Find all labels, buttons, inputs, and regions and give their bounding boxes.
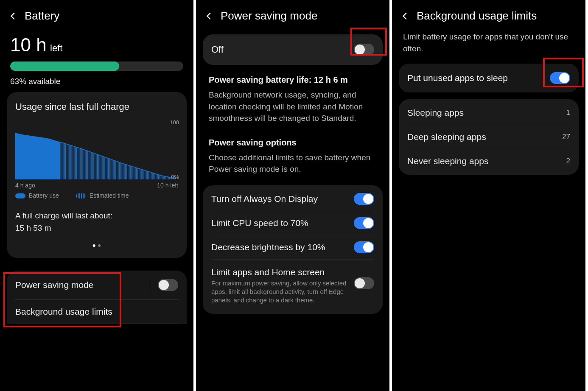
page-title: Power saving mode bbox=[221, 9, 317, 22]
battery-screen: Battery 10 h left 63% available Usage si… bbox=[0, 0, 196, 391]
power-options-desc: Choose additional limits to save battery… bbox=[209, 152, 377, 175]
master-toggle-label: Off bbox=[211, 44, 224, 55]
limit-apps-desc: For maximum power saving, allow only sel… bbox=[211, 279, 347, 305]
master-toggle-card: Off bbox=[203, 34, 383, 65]
battery-progress-fill bbox=[10, 61, 119, 71]
limit-apps-toggle[interactable] bbox=[354, 277, 374, 289]
count: 1 bbox=[566, 109, 570, 117]
x-axis-labels: 4 h ago 10 h left bbox=[15, 182, 178, 189]
power-options-card: Turn off Always On Display Limit CPU spe… bbox=[203, 185, 383, 314]
chart-legend: Battery use Estimated time bbox=[15, 192, 178, 199]
battery-life-heading: Power saving battery life: 12 h 6 m bbox=[209, 75, 377, 85]
page-title: Battery bbox=[25, 9, 59, 22]
battery-available: 63% available bbox=[10, 77, 183, 86]
never-sleeping-apps-row[interactable]: Never sleeping apps 2 bbox=[407, 149, 570, 173]
power-saving-master-toggle[interactable] bbox=[354, 44, 374, 56]
divider bbox=[150, 277, 150, 293]
battery-summary: 10 h left 63% available bbox=[5, 31, 188, 89]
deep-sleeping-apps-row[interactable]: Deep sleeping apps 27 bbox=[407, 125, 570, 149]
usage-card-title: Usage since last full charge bbox=[15, 101, 178, 112]
battery-life-desc: Background network usage, syncing, and l… bbox=[209, 89, 377, 124]
put-unused-apps-sleep-toggle[interactable] bbox=[550, 72, 570, 84]
limit-cpu-toggle[interactable] bbox=[354, 217, 374, 229]
background-usage-limits-screen: Background usage limits Limit battery us… bbox=[392, 0, 588, 391]
page-indicator[interactable]: ● ● bbox=[15, 242, 178, 249]
hours-remaining: 10 h bbox=[10, 34, 47, 55]
legend-chip-stripe bbox=[76, 193, 86, 198]
limit-cpu-row[interactable]: Limit CPU speed to 70% bbox=[211, 211, 374, 235]
full-charge-estimate: A full charge will last about: 15 h 53 m bbox=[15, 210, 178, 234]
y-axis-bottom: 0% bbox=[171, 174, 179, 180]
svg-marker-1 bbox=[15, 133, 60, 179]
limit-apps-row[interactable]: Limit apps and Home screen For maximum p… bbox=[211, 260, 374, 313]
sleep-toggle-card: Put unused apps to sleep bbox=[399, 64, 579, 92]
always-on-display-toggle[interactable] bbox=[354, 193, 374, 205]
header: Background usage limits bbox=[397, 5, 580, 31]
battery-life-section: Power saving battery life: 12 h 6 m Back… bbox=[201, 68, 384, 131]
always-on-display-row[interactable]: Turn off Always On Display bbox=[211, 187, 374, 211]
background-usage-limits-row[interactable]: Background usage limits bbox=[15, 300, 178, 324]
back-icon[interactable] bbox=[8, 11, 18, 21]
count: 27 bbox=[562, 133, 570, 141]
x-axis-right: 10 h left bbox=[157, 182, 178, 189]
power-saving-toggle[interactable] bbox=[158, 279, 178, 291]
back-icon[interactable] bbox=[204, 11, 214, 21]
back-icon[interactable] bbox=[400, 11, 410, 21]
legend-estimated: Estimated time bbox=[76, 192, 129, 199]
intro-text: Limit battery usage for apps that you do… bbox=[397, 31, 580, 60]
battery-progress-bar bbox=[10, 61, 183, 71]
hours-suffix: left bbox=[50, 43, 62, 53]
header: Power saving mode bbox=[201, 5, 384, 31]
legend-chip-solid bbox=[15, 193, 25, 198]
sleeping-apps-row[interactable]: Sleeping apps 1 bbox=[407, 101, 570, 125]
decrease-brightness-toggle[interactable] bbox=[354, 241, 374, 253]
y-axis-top: 100 bbox=[170, 119, 179, 126]
legend-battery-use: Battery use bbox=[15, 192, 59, 199]
battery-chart: 100 0% bbox=[15, 120, 178, 179]
power-saving-mode-screen: Power saving mode Off Power saving batte… bbox=[196, 0, 392, 391]
sleep-toggle-label: Put unused apps to sleep bbox=[407, 73, 508, 83]
row-label: Power saving mode bbox=[15, 280, 93, 290]
x-axis-left: 4 h ago bbox=[15, 182, 35, 189]
usage-card[interactable]: Usage since last full charge 100 0% 4 h … bbox=[7, 92, 187, 258]
power-saving-mode-row[interactable]: Power saving mode bbox=[15, 271, 178, 300]
sleeping-apps-card: Sleeping apps 1 Deep sleeping apps 27 Ne… bbox=[399, 99, 579, 175]
page-title: Background usage limits bbox=[417, 9, 537, 22]
row-label: Background usage limits bbox=[15, 307, 112, 317]
header: Battery bbox=[5, 5, 188, 31]
power-options-heading: Power saving options bbox=[209, 138, 377, 148]
settings-list-card: Power saving mode Background usage limit… bbox=[7, 271, 187, 324]
count: 2 bbox=[566, 157, 570, 165]
decrease-brightness-row[interactable]: Decrease brightness by 10% bbox=[211, 235, 374, 260]
power-options-section: Power saving options Choose additional l… bbox=[201, 131, 384, 182]
